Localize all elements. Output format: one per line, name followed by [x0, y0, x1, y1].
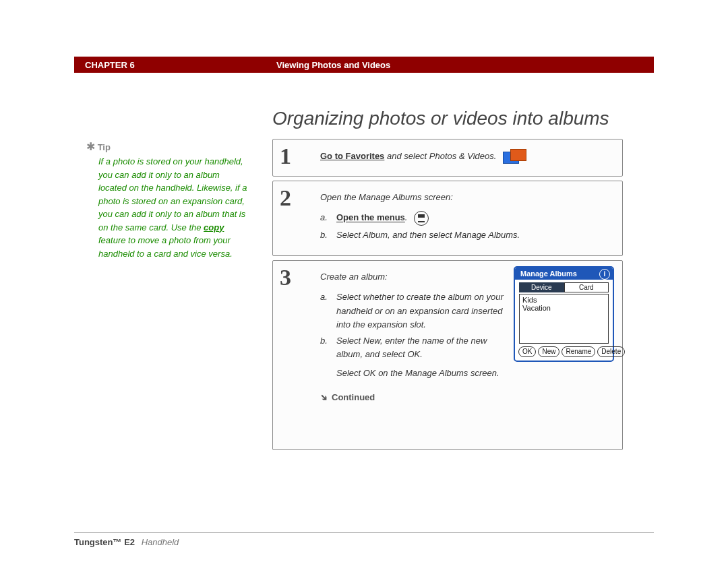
dialog-title: Manage Albums [520, 270, 577, 278]
steps-column: 1 Go to Favorites and select Photos & Vi… [272, 139, 623, 454]
substep-label: a. [320, 290, 330, 304]
info-icon[interactable]: i [599, 269, 610, 280]
step3-b: Select New, enter the name of the new al… [336, 334, 508, 361]
ok-button[interactable]: OK [518, 346, 536, 357]
step3-tail: Select OK on the Manage Albums screen. [336, 367, 508, 380]
chapter-label: CHAPTER 6 [85, 60, 135, 70]
rename-button[interactable]: Rename [562, 346, 595, 357]
open-menus-link[interactable]: Open the menus [336, 213, 405, 223]
tip-text-pre: If a photo is stored on your handheld, y… [98, 156, 247, 232]
tab-card[interactable]: Card [564, 282, 609, 292]
page-section-title: Viewing Photos and Videos [276, 60, 390, 70]
step2-intro: Open the Manage Albums screen: [320, 191, 611, 204]
page-header: CHAPTER 6 Viewing Photos and Videos [74, 57, 654, 73]
photos-videos-icon [503, 149, 526, 165]
continued-indicator: ➔Continued [320, 391, 508, 404]
product-name: Tungsten™ E2 [74, 537, 135, 547]
step-number: 1 [280, 144, 291, 169]
manage-albums-dialog: Manage Albums i Device Card Kids Vacatio… [514, 266, 614, 362]
tip-sidebar: ✱ Tip If a photo is stored on your handh… [86, 139, 248, 260]
album-list[interactable]: Kids Vacation [519, 294, 609, 344]
product-sub: Handheld [142, 537, 179, 547]
step2-b: Select Album, and then select Manage Alb… [336, 228, 520, 242]
step-number: 2 [280, 185, 291, 211]
step-3: 3 Create an album: a. Select whether to … [272, 260, 623, 450]
delete-button[interactable]: Delete [597, 346, 625, 357]
tip-star-icon: ✱ [86, 141, 95, 152]
tip-label: Tip [98, 142, 111, 152]
tip-text-post: feature to move a photo from your handhe… [98, 235, 233, 259]
list-item[interactable]: Kids [522, 296, 605, 304]
favorites-link[interactable]: Go to Favorites [320, 151, 384, 161]
step-1: 1 Go to Favorites and select Photos & Vi… [272, 139, 623, 177]
menus-icon [414, 211, 429, 226]
page-footer: Tungsten™ E2 Handheld [74, 532, 654, 547]
step3-intro: Create an album: [320, 270, 508, 284]
copy-link[interactable]: copy [204, 222, 224, 232]
dialog-titlebar: Manage Albums i [515, 268, 613, 280]
page-title: Organizing photos or videos into albums [272, 108, 609, 129]
tab-device[interactable]: Device [519, 282, 564, 292]
substep-label: b. [320, 334, 330, 348]
list-item[interactable]: Vacation [522, 304, 605, 312]
continued-arrow-icon: ➔ [316, 390, 331, 405]
step1-text: and select Photos & Videos. [384, 151, 496, 161]
new-button[interactable]: New [538, 346, 559, 357]
substep-label: b. [320, 228, 330, 242]
step-number: 3 [280, 265, 291, 290]
substep-label: a. [320, 211, 330, 224]
step3-a: Select whether to create the album on yo… [336, 290, 508, 331]
step-2: 2 Open the Manage Albums screen: a. Open… [272, 181, 623, 256]
